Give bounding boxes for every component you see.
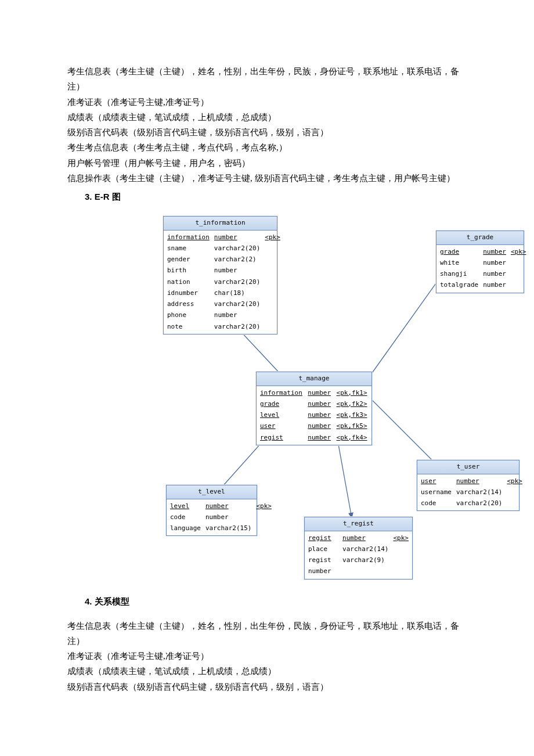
er-diagram: t_information informationnumber<pk>sname… — [114, 213, 514, 573]
field-name: birth — [167, 265, 210, 276]
svg-line-4 — [371, 399, 442, 470]
field-type: char(18) — [214, 287, 260, 298]
field-type: varchar2(15) — [205, 523, 251, 534]
top-line-2: 准考证表（准考证号主键,准考证号） — [67, 95, 476, 110]
entity-body: informationnumber<pk,fk1>gradenumber<pk,… — [257, 386, 371, 445]
entity-t-level: t_level levelnumber<pk>codenumberlanguag… — [166, 485, 257, 536]
field-name: address — [167, 298, 210, 309]
entity-title: t_level — [167, 485, 257, 499]
svg-line-2 — [371, 271, 445, 375]
field-key: <pk,fk1> — [337, 387, 368, 398]
field-type: number — [214, 265, 260, 276]
sec4-line-2: 准考证表（准考证号主键,准考证号） — [67, 649, 476, 664]
entity-body: levelnumber<pk>codenumberlanguagevarchar… — [167, 499, 257, 536]
field-name: grade — [440, 246, 478, 257]
field-type: varchar2(20) — [214, 276, 260, 287]
field-name: gender — [167, 254, 210, 265]
field-key: <pk> — [265, 232, 280, 243]
top-line-5: 考生考点信息表（考生考点主键，考点代码，考点名称,） — [67, 140, 476, 155]
field-name: grade — [260, 398, 303, 409]
sec4-line-3: 成绩表（成绩表主键，笔试成绩，上机成绩，总成绩） — [67, 664, 476, 679]
field-key — [265, 276, 280, 287]
entity-body: usernumber<pk>usernamevarchar2(14)codeva… — [417, 474, 519, 511]
field-type: number — [483, 279, 506, 290]
field-name: user — [260, 420, 303, 431]
field-key — [511, 279, 526, 290]
field-key: <pk> — [394, 532, 409, 543]
field-type: number — [308, 409, 331, 420]
field-key — [256, 512, 272, 523]
field-type: number — [214, 309, 260, 321]
heading-model: 4. 关系模型 — [67, 594, 476, 609]
entity-title: t_regist — [305, 517, 412, 531]
field-type: number — [308, 387, 331, 398]
field-name: shangji — [440, 268, 478, 279]
entity-t-grade: t_grade gradenumber<pk>whitenumbershangj… — [436, 231, 524, 293]
field-key: <pk,fk4> — [337, 432, 368, 443]
heading-er: 3. E-R 图 — [67, 189, 476, 204]
field-name: phone — [167, 309, 210, 321]
field-type: number — [214, 232, 260, 243]
entity-title: t_information — [164, 217, 277, 230]
page: 考生信息表（考生主键（主键），姓名，性别，出生年份，民族，身份证号，联系地址，联… — [0, 0, 534, 729]
entity-t-manage: t_manage informationnumber<pk,fk1>graden… — [256, 372, 372, 445]
field-type: number — [456, 476, 502, 487]
top-line-3: 成绩表（成绩表主键，笔试成绩，上机成绩，总成绩） — [67, 110, 476, 125]
field-type: number — [342, 532, 388, 543]
top-line-7: 信息操作表（考生主键（主键），准考证号主键, 级别语言代码主键，考生考点主键，用… — [67, 171, 476, 186]
field-key: <pk,fk2> — [337, 398, 368, 409]
field-key — [511, 268, 526, 279]
field-key — [265, 309, 280, 321]
entity-title: t_user — [417, 460, 519, 474]
field-key — [265, 265, 280, 276]
field-key: <pk> — [511, 246, 526, 257]
field-type: number — [483, 257, 506, 268]
field-key: <pk> — [507, 476, 522, 487]
field-name: information — [260, 387, 303, 398]
field-name: totalgrade — [440, 279, 478, 290]
field-type: varchar2(20) — [214, 298, 260, 309]
field-type: number — [205, 501, 251, 512]
field-type: varchar2(14) — [456, 487, 502, 498]
field-key — [265, 321, 280, 332]
top-line-4: 级别语言代码表（级别语言代码主键，级别语言代码，级别，语言） — [67, 125, 476, 140]
sec4-line-1: 考生信息表（考生主键（主键），姓名，性别，出生年份，民族，身份证号，联系地址，联… — [67, 618, 476, 649]
field-key — [511, 257, 526, 268]
field-type: number — [308, 432, 331, 443]
field-name: white — [440, 257, 478, 268]
field-type: varchar2(20) — [214, 321, 260, 332]
field-key — [507, 487, 522, 498]
field-type: number — [308, 398, 331, 409]
field-key: <pk,fk3> — [337, 409, 368, 420]
entity-body: informationnumber<pk>snamevarchar2(20)ge… — [164, 231, 277, 334]
field-type: number — [308, 420, 331, 431]
field-name: code — [170, 512, 201, 523]
top-line-6: 用户帐号管理（用户帐号主键，用户名，密码） — [67, 156, 476, 171]
field-key: <pk,fk5> — [337, 420, 368, 431]
field-name: sname — [167, 243, 210, 254]
field-type: varchar2(2) — [214, 254, 260, 265]
entity-body: registnumber<pk>placevarchar2(14)regist … — [305, 531, 412, 579]
field-type: varchar2(9) — [342, 555, 388, 577]
entity-t-regist: t_regist registnumber<pk>placevarchar2(1… — [304, 517, 413, 579]
field-key — [265, 287, 280, 298]
field-name: note — [167, 321, 210, 332]
entity-t-user: t_user usernumber<pk>usernamevarchar2(14… — [417, 460, 519, 511]
field-name: information — [167, 232, 210, 243]
field-key — [265, 243, 280, 254]
top-line-1: 考生信息表（考生主键（主键），姓名，性别，出生年份，民族，身份证号，联系地址，联… — [67, 64, 476, 95]
field-key — [394, 543, 409, 555]
field-key — [507, 498, 522, 509]
field-key — [394, 555, 409, 577]
entity-title: t_grade — [436, 231, 524, 244]
field-name: regist number — [308, 555, 338, 577]
field-name: place — [308, 543, 338, 555]
field-name: level — [170, 501, 201, 512]
field-key — [256, 523, 272, 534]
entity-body: gradenumber<pk>whitenumbershangjinumbert… — [436, 245, 524, 293]
field-type: number — [483, 246, 506, 257]
field-type: number — [205, 512, 251, 523]
field-name: user — [421, 476, 452, 487]
field-name: username — [421, 487, 452, 498]
field-type: number — [483, 268, 506, 279]
